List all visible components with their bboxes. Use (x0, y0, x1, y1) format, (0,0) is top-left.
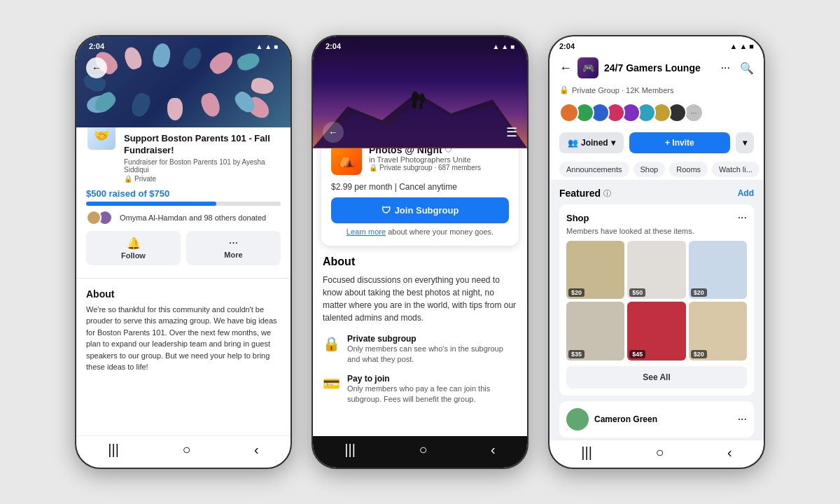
feature-private-text: Private subgroup Only members can see wh… (347, 334, 517, 365)
p3-nav-back[interactable]: ‹ (727, 444, 732, 461)
more-button-3[interactable]: ▾ (736, 132, 754, 153)
tab-watch[interactable]: Watch li... (712, 162, 760, 177)
search-button[interactable]: 🔍 (740, 62, 754, 75)
p2-status-icons: ▲ ▲ ■ (493, 42, 514, 50)
p2-nav-lines[interactable]: ||| (344, 442, 356, 458)
tab-announcements[interactable]: Announcements (559, 162, 629, 177)
about-title-1: About (86, 288, 281, 300)
p2-body: About Focused discussions on everything … (313, 246, 527, 436)
post-avatar (566, 408, 589, 430)
tab-rooms[interactable]: Rooms (669, 162, 708, 177)
cover-hands (76, 36, 290, 127)
phone-1: 2:04 ▲ ▲ ■ (75, 35, 292, 469)
phone-1-screen: 2:04 ▲ ▲ ■ (76, 36, 290, 468)
learn-more-text: Learn more about where your money goes. (331, 227, 509, 236)
price-tag-1: $20 (568, 288, 584, 297)
scroll-content-1: 🤝 Support Boston Parents 101 - Fall Fund… (76, 127, 290, 435)
join-subgroup-button[interactable]: 🛡 Join Subgroup (331, 197, 509, 223)
about-section-1: About We're so thankful for this communi… (76, 281, 290, 380)
price-tag-4: $35 (568, 350, 584, 358)
joined-button[interactable]: 👥 Joined ▾ (559, 132, 624, 153)
more-icon: ··· (229, 237, 238, 249)
subgroup-avatar: ⛺ (331, 148, 362, 175)
phone-2-screen: 2:04 ▲ ▲ ■ ← ☰ (313, 36, 527, 468)
p3-back-button[interactable]: ← (559, 61, 572, 76)
subgroup-private: 🔒 Private subgroup · 687 members (369, 164, 481, 172)
feature-private: 🔒 Private subgroup Only members can see … (323, 334, 517, 365)
price-tag-2: $50 (629, 288, 645, 297)
p2-time: 2:04 (326, 42, 341, 50)
subgroup-card: ⛺ Photos @ Night 🛡 in Travel Photographe… (321, 148, 519, 246)
learn-more-link[interactable]: Learn more (346, 227, 386, 236)
p2-nav-home[interactable]: ○ (419, 442, 427, 458)
price-tag-3: $20 (691, 288, 707, 297)
shop-item-3[interactable]: $20 (689, 241, 747, 299)
shield-icon: 🛡 (382, 205, 391, 216)
shop-item-2[interactable]: $50 (627, 241, 685, 299)
group-text-1: Support Boston Parents 101 - Fall Fundra… (124, 133, 281, 183)
shop-item-6[interactable]: $20 (689, 302, 747, 360)
phone-2: 2:04 ▲ ▲ ■ ← ☰ (312, 35, 528, 469)
follow-icon: 🔔 (127, 237, 141, 250)
donor-avatar-1 (86, 210, 102, 225)
p2-nav-back[interactable]: ‹ (491, 442, 496, 458)
chevron-down-icon: ▾ (611, 138, 615, 148)
tabs-row: Announcements Shop Rooms Watch li... (550, 159, 764, 181)
shop-title: Shop (566, 213, 589, 223)
post-preview: Cameron Green ··· (559, 401, 754, 438)
follow-button[interactable]: 🔔 Follow (86, 231, 181, 265)
p3-group-avatar: 🎮 (578, 57, 598, 78)
about-text-1: We're so thankful for this community and… (86, 304, 281, 373)
cover-image: 2:04 ▲ ▲ ■ (76, 36, 290, 127)
feature-pay: 💳 Pay to join Only members who pay a fee… (323, 374, 517, 405)
subgroup-in: in Travel Photographers Unite (369, 155, 481, 164)
nav-home-icon[interactable]: ○ (182, 442, 190, 458)
see-all-button[interactable]: See All (566, 366, 747, 388)
member-more: ··· (684, 103, 704, 122)
info-icon: ⓘ (603, 188, 611, 199)
lock-icon: 🔒 (323, 335, 340, 352)
post-more-button[interactable]: ··· (738, 413, 747, 426)
people-icon: 👥 (568, 138, 578, 148)
shop-card-header: Shop ··· (566, 211, 747, 224)
nav-back-icon[interactable]: ‹ (254, 442, 259, 458)
p2-menu-button[interactable]: ☰ (506, 125, 517, 140)
subgroup-info: Photos @ Night 🛡 in Travel Photographers… (369, 148, 481, 172)
p3-body: Featured ⓘ Add Shop ··· Members have loo… (550, 181, 764, 440)
more-options-button[interactable]: ··· (721, 62, 730, 74)
p3-status-icons: ▲ ▲ ■ (729, 42, 754, 50)
phone-3: 2:04 ▲ ▲ ■ ← 🎮 24/7 Gamers Lounge ··· 🔍 … (548, 35, 765, 469)
more-button-1[interactable]: ··· More (186, 231, 281, 265)
donors-row: Omyma Al-Hamdan and 98 others donated (86, 210, 281, 225)
shop-item-4[interactable]: $35 (566, 302, 624, 360)
p3-nav-lines[interactable]: ||| (581, 444, 592, 461)
shop-item-1[interactable]: $20 (566, 241, 624, 299)
wallet-icon: 💳 (323, 375, 340, 392)
p2-cover: 2:04 ▲ ▲ ■ ← ☰ (313, 36, 527, 148)
progress-bar-bg (86, 202, 281, 206)
back-button-1[interactable]: ← (86, 57, 107, 78)
subgroup-header: ⛺ Photos @ Night 🛡 in Travel Photographe… (331, 148, 509, 175)
tab-shop[interactable]: Shop (634, 162, 666, 177)
price-tag-5: $45 (629, 350, 645, 358)
featured-header: Featured ⓘ Add (559, 188, 754, 199)
shop-more-button[interactable]: ··· (738, 211, 747, 224)
nav-lines-icon[interactable]: ||| (108, 442, 119, 458)
p3-group-name: 24/7 Gamers Lounge (604, 62, 715, 74)
invite-button[interactable]: + Invite (629, 132, 730, 153)
p2-about-title: About (323, 255, 517, 268)
add-link[interactable]: Add (738, 188, 754, 198)
price-tag-6: $20 (691, 350, 707, 358)
p2-nav: ← ☰ (313, 116, 527, 148)
group-info-section: 🤝 Support Boston Parents 101 - Fall Fund… (76, 127, 290, 275)
p2-back-button[interactable]: ← (323, 122, 344, 143)
p2-status-bar: 2:04 ▲ ▲ ■ (313, 36, 527, 56)
action-buttons-row: 🔔 Follow ··· More (86, 231, 281, 265)
svg-rect-4 (412, 102, 416, 108)
svg-point-2 (412, 91, 419, 102)
shop-desc: Members have looked at these items. (566, 227, 747, 235)
shop-item-5[interactable]: $45 (627, 302, 685, 360)
subgroup-title: Photos @ Night (369, 148, 442, 155)
p3-nav-home[interactable]: ○ (655, 444, 664, 461)
p2-about-text: Focused discussions on everything you ne… (323, 274, 517, 324)
